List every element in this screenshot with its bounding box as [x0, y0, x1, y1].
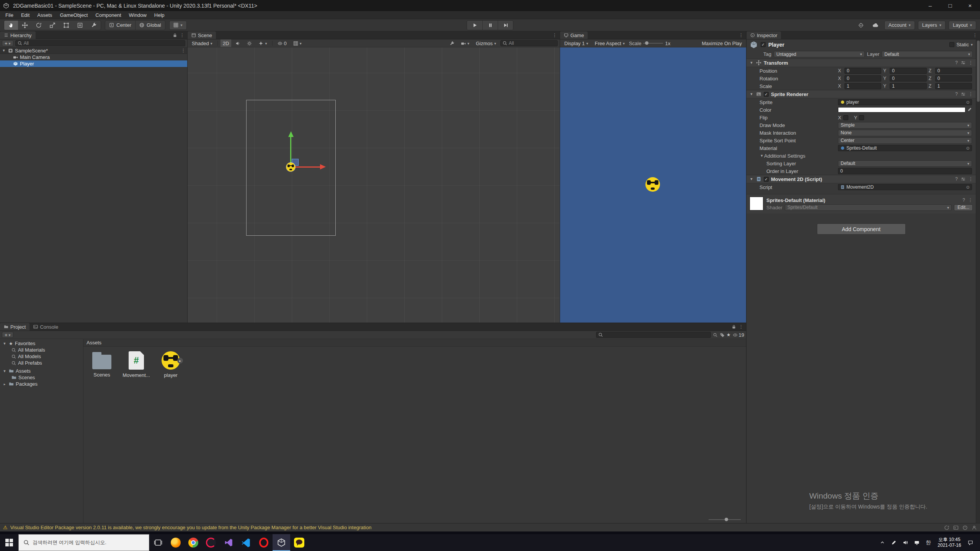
- flip-y-checkbox[interactable]: [859, 115, 864, 120]
- menu-component[interactable]: Component: [91, 11, 125, 19]
- position-x-field[interactable]: 0: [844, 68, 881, 74]
- material-thumbnail[interactable]: [750, 197, 763, 210]
- maximize-on-play-button[interactable]: Maximize On Play: [699, 39, 744, 47]
- position-y-field[interactable]: 0: [890, 68, 926, 74]
- tab-hierarchy[interactable]: Hierarchy: [0, 31, 36, 39]
- scale-slider[interactable]: [643, 43, 663, 44]
- search-by-type-icon[interactable]: [713, 333, 718, 337]
- tool-settings-button[interactable]: [447, 39, 457, 47]
- scene-canvas[interactable]: [188, 47, 560, 323]
- asset-player-sprite[interactable]: ▸ player: [156, 351, 185, 378]
- pause-button[interactable]: [482, 21, 498, 30]
- notification-center-icon[interactable]: [965, 534, 976, 551]
- console-status-icon[interactable]: [953, 525, 959, 530]
- foldout-icon[interactable]: ▸: [2, 382, 7, 386]
- hierarchy-item-main-camera[interactable]: Main Camera: [0, 54, 187, 60]
- foldout-icon[interactable]: ▼: [749, 61, 754, 65]
- material-object-field[interactable]: Sprites-Default ⊙: [838, 145, 972, 151]
- tree-packages[interactable]: ▸ Packages: [0, 381, 83, 387]
- services-icon[interactable]: [855, 21, 867, 30]
- object-picker-icon[interactable]: ⊙: [966, 146, 970, 151]
- sprite-renderer-header[interactable]: ▼ Sprite Renderer ? ⋮: [746, 90, 976, 98]
- panel-menu-icon[interactable]: ⋮: [739, 33, 743, 38]
- play-button[interactable]: [467, 21, 482, 30]
- static-checkbox[interactable]: [949, 42, 954, 47]
- 2d-toggle-button[interactable]: 2D: [220, 39, 232, 47]
- rect-tool-button[interactable]: [59, 21, 73, 30]
- order-in-layer-field[interactable]: 0: [838, 168, 972, 174]
- lighting-toggle-button[interactable]: [245, 39, 254, 47]
- color-swatch[interactable]: [838, 107, 965, 112]
- foldout-icon[interactable]: ▼: [749, 177, 754, 181]
- transform-component-header[interactable]: ▼ Transform ? ⋮: [746, 59, 976, 67]
- component-menu-icon[interactable]: ⋮: [969, 176, 973, 182]
- hierarchy-item-player[interactable]: Player: [0, 60, 187, 67]
- player-sprite-scene[interactable]: [286, 163, 295, 171]
- start-button[interactable]: [0, 534, 18, 551]
- position-z-field[interactable]: 0: [935, 68, 972, 74]
- tree-all-prefabs[interactable]: All Prefabs: [0, 360, 83, 366]
- component-enabled-checkbox[interactable]: [764, 177, 769, 182]
- asset-scenes-folder[interactable]: Scenes: [87, 351, 116, 378]
- effects-dropdown[interactable]: ▾: [256, 39, 269, 47]
- hidden-objects-button[interactable]: 0: [275, 39, 289, 47]
- tree-scenes[interactable]: Scenes: [0, 374, 83, 381]
- app-icon-opera-gx[interactable]: [202, 534, 220, 551]
- menu-window[interactable]: Window: [125, 11, 150, 19]
- eyedropper-icon[interactable]: [967, 107, 972, 113]
- hidden-packages-toggle[interactable]: 19: [733, 332, 744, 338]
- close-button[interactable]: ×: [960, 0, 980, 11]
- cloud-icon[interactable]: [870, 21, 881, 30]
- panel-menu-icon[interactable]: ⋮: [180, 33, 185, 38]
- ime-indicator[interactable]: 한: [923, 534, 934, 551]
- tree-all-materials[interactable]: All Materials: [0, 347, 83, 353]
- hierarchy-search-input[interactable]: All: [15, 40, 185, 46]
- project-search-input[interactable]: [596, 332, 711, 338]
- progress-icon[interactable]: [962, 525, 968, 530]
- view-tool-button[interactable]: [4, 21, 18, 30]
- component-menu-icon[interactable]: ⋮: [968, 197, 973, 203]
- tab-console[interactable]: Console: [29, 323, 62, 331]
- collab-status-icon[interactable]: [972, 525, 977, 530]
- help-icon[interactable]: ?: [955, 91, 958, 97]
- app-icon-opera[interactable]: [255, 534, 273, 551]
- component-menu-icon[interactable]: ⋮: [969, 91, 973, 97]
- scene-row-sample-scene[interactable]: ▼ SampleScene* ⋮: [0, 47, 187, 54]
- app-icon-unity[interactable]: [273, 534, 290, 551]
- scale-y-field[interactable]: 1: [890, 83, 926, 89]
- edit-shader-button[interactable]: Edit...: [954, 204, 973, 211]
- sorting-layer-dropdown[interactable]: Default▾: [838, 160, 972, 167]
- create-asset-button[interactable]: +▾: [2, 332, 13, 338]
- draw-mode-dropdown[interactable]: Simple▾: [838, 122, 972, 129]
- maximize-button[interactable]: □: [940, 0, 960, 11]
- tab-project[interactable]: Project: [0, 323, 29, 331]
- scrollbar-thumb[interactable]: [977, 41, 980, 102]
- draw-mode-dropdown[interactable]: Shaded▾: [189, 39, 215, 47]
- tab-game[interactable]: Game: [560, 31, 588, 39]
- help-icon[interactable]: ?: [962, 197, 965, 203]
- help-icon[interactable]: ?: [955, 60, 958, 65]
- grid-snap-button[interactable]: ▾: [169, 21, 187, 30]
- saved-search-icon[interactable]: ★: [727, 332, 731, 337]
- mask-interaction-dropdown[interactable]: None▾: [838, 130, 972, 136]
- menu-help[interactable]: Help: [150, 11, 168, 19]
- foldout-icon[interactable]: ▼: [2, 342, 7, 346]
- menu-edit[interactable]: Edit: [17, 11, 33, 19]
- menu-file[interactable]: File: [2, 11, 17, 19]
- gizmo-x-arrowhead[interactable]: [320, 164, 326, 170]
- component-menu-icon[interactable]: ⋮: [969, 60, 973, 65]
- foldout-icon[interactable]: ▼: [2, 49, 6, 52]
- layer-dropdown[interactable]: Default▾: [882, 51, 973, 57]
- foldout-icon[interactable]: ▼: [2, 369, 7, 373]
- rotate-tool-button[interactable]: [32, 21, 46, 30]
- aspect-ratio-dropdown[interactable]: Free Aspect▾: [593, 39, 627, 47]
- scale-tool-button[interactable]: [46, 21, 59, 30]
- scene-menu-icon[interactable]: ⋮: [181, 48, 186, 53]
- rotation-z-field[interactable]: 0: [935, 75, 972, 82]
- minimize-button[interactable]: –: [920, 0, 940, 11]
- component-enabled-checkbox[interactable]: [764, 92, 769, 97]
- app-icon-visual-studio[interactable]: [220, 534, 237, 551]
- additional-settings-row[interactable]: ▼ Additional Settings: [746, 152, 976, 160]
- panel-menu-icon[interactable]: ⋮: [552, 33, 557, 38]
- app-icon-firefox[interactable]: [167, 534, 185, 551]
